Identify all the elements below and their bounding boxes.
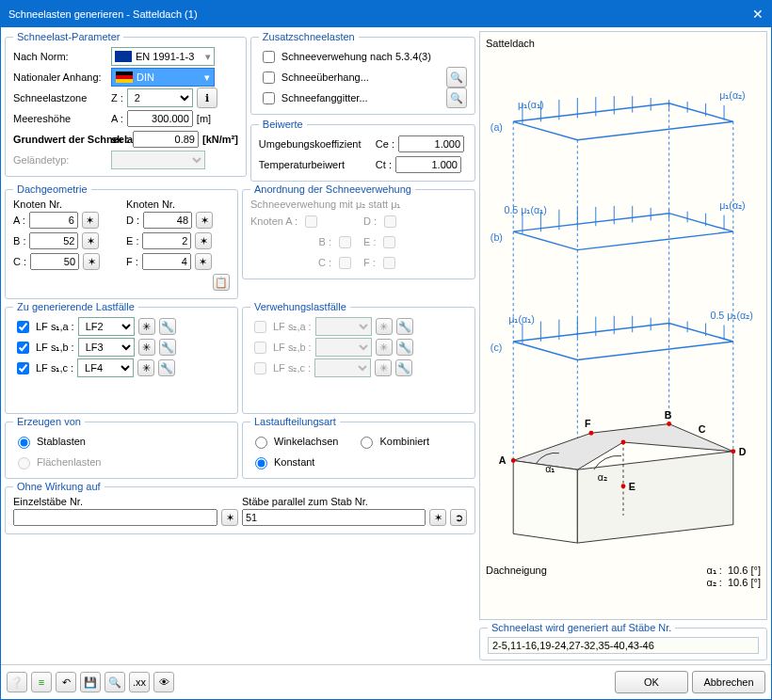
cancel-button[interactable]: Abbrechen (692, 671, 765, 693)
dist-const-radio[interactable] (255, 457, 267, 469)
lc-b-edit-icon[interactable]: 🔧 (159, 339, 176, 356)
lc-b-new-icon[interactable]: ✳ (138, 339, 155, 356)
pick-e-icon[interactable]: ✶ (195, 232, 212, 249)
pick-a-icon[interactable]: ✶ (82, 212, 99, 229)
annex-select[interactable]: DIN▾ (111, 68, 215, 87)
ce-input[interactable] (398, 135, 464, 152)
altitude-input[interactable] (127, 110, 193, 127)
svg-text:α₂: α₂ (598, 471, 607, 483)
overhang-edit-icon[interactable]: 🔍 (446, 67, 467, 88)
svg-marker-28 (577, 452, 732, 543)
svg-point-32 (589, 431, 594, 436)
window-title: Schneelasten generieren - Satteldach (1) (8, 8, 198, 20)
geom-group: Dachgeometrie Knoten Nr. A :✶ B :✶ C :✶ … (5, 183, 238, 299)
params-group: Schneelast-Parameter Nach Norm: EN 1991-… (5, 31, 247, 177)
close-icon[interactable]: ✕ (752, 7, 764, 22)
geom-b[interactable] (29, 232, 78, 249)
pick-members-icon[interactable]: ✶ (221, 509, 238, 526)
svg-text:D: D (739, 446, 747, 457)
drift-check[interactable] (263, 51, 275, 63)
svg-point-42 (621, 484, 626, 488)
single-members-input[interactable] (13, 509, 217, 526)
lc-b-check[interactable] (17, 342, 29, 354)
effect-group: Ohne Wirkung auf Einzelstäbe Nr. ✶ Stäbe… (5, 481, 475, 534)
ct-input[interactable] (395, 156, 461, 173)
dist-group: Lastaufteilungsart Winkelachsen Kombinie… (242, 416, 475, 479)
vlc-group: Verwehungslastfälle LF s₂,a :✳🔧 LF s₂,b … (242, 301, 475, 414)
pick-d-icon[interactable]: ✶ (196, 212, 213, 229)
coeff-group: Beiwerte UmgebungskoeffizientCe : Temper… (250, 119, 475, 182)
save-icon[interactable]: 💾 (80, 672, 101, 692)
output-group: Schneelast wird generiert auf Stäbe Nr. … (479, 622, 767, 660)
svg-point-38 (621, 440, 626, 445)
lc-c-edit-icon[interactable]: 🔧 (158, 359, 175, 376)
norm-select[interactable]: EN 1991-1-3▾ (111, 47, 215, 66)
titlebar: Schneelasten generieren - Satteldach (1)… (1, 1, 771, 27)
lc-group: Zu generierende Lastfälle LF s₁,a :LF2✳🔧… (5, 301, 238, 414)
lc-a-new-icon[interactable]: ✳ (138, 318, 155, 335)
gen-bar-radio[interactable] (18, 437, 30, 449)
geom-list-icon[interactable]: 📋 (213, 274, 230, 291)
dist-angle-radio[interactable] (255, 437, 267, 449)
svg-text:0.5 μ₁(α₂): 0.5 μ₁(α₂) (710, 310, 752, 321)
svg-text:α₁: α₁ (545, 463, 555, 474)
help-icon[interactable]: ❔ (7, 672, 27, 692)
parallel-input[interactable] (242, 509, 426, 526)
extra-group: Zusatzschneelasten Schneeverwehung nach … (250, 31, 475, 115)
overhang-check[interactable] (263, 72, 275, 84)
geom-c[interactable] (30, 253, 79, 270)
ok-button[interactable]: OK (615, 671, 688, 693)
precision-icon[interactable]: .xx (129, 672, 150, 692)
dist-comb-radio[interactable] (361, 437, 373, 449)
svg-text:F: F (585, 418, 591, 429)
svg-text:0.5 μ₁(α₁): 0.5 μ₁(α₁) (504, 204, 546, 215)
zone-select[interactable]: 2 (127, 88, 193, 107)
svg-text:(a): (a) (491, 121, 503, 133)
geom-e[interactable] (142, 232, 191, 249)
svg-text:E: E (629, 481, 635, 492)
roof-diagram: (a) μ₁(α₁)μ₁(α₂) (b) 0.5 μ₁(α₁)μ₁(α₂) (c… (486, 51, 761, 559)
svg-text:μ₁(α₂): μ₁(α₂) (719, 199, 745, 211)
svg-text:μ₁(α₁): μ₁(α₁) (518, 99, 543, 110)
lc-b-select[interactable]: LF3 (78, 338, 135, 357)
svg-text:B: B (665, 409, 672, 421)
lc-a-edit-icon[interactable]: 🔧 (159, 318, 176, 335)
geom-a[interactable] (29, 212, 78, 229)
output-members: 2-5,11-16,19-24,27-32,35-40,43-46 (488, 637, 759, 654)
lc-a-select[interactable]: LF2 (78, 317, 135, 336)
svg-text:μ₁(α₁): μ₁(α₁) (508, 313, 534, 325)
geom-d[interactable] (143, 212, 192, 229)
terrain-select (111, 151, 205, 169)
guard-edit-icon[interactable]: 🔍 (446, 88, 467, 108)
zone-info-icon[interactable]: ℹ (197, 88, 217, 108)
geom-f[interactable] (142, 253, 191, 270)
pick-b-icon[interactable]: ✶ (82, 232, 99, 249)
view-icon[interactable]: 👁 (153, 672, 174, 692)
lc-c-select[interactable]: LF4 (77, 358, 134, 377)
svg-text:μ₁(α₂): μ₁(α₂) (719, 89, 745, 101)
sk-input[interactable] (133, 131, 199, 148)
pick-f-icon[interactable]: ✶ (195, 253, 212, 270)
undo-icon[interactable]: ↶ (56, 672, 76, 692)
svg-point-36 (731, 449, 735, 453)
svg-point-30 (511, 458, 516, 463)
svg-point-34 (667, 422, 671, 426)
guard-check[interactable] (263, 92, 275, 104)
svg-text:A: A (499, 454, 507, 466)
gen-group: Erzeugen von Stablasten Flächenlasten (5, 416, 238, 479)
find-icon[interactable]: 🔍 (105, 672, 125, 692)
lc-a-check[interactable] (17, 321, 29, 333)
calc-icon[interactable]: ≡ (31, 672, 52, 692)
apply-parallel-icon[interactable]: ➲ (450, 509, 467, 526)
svg-text:(b): (b) (491, 231, 503, 243)
svg-text:(c): (c) (491, 342, 502, 353)
lc-c-new-icon[interactable]: ✳ (137, 359, 154, 376)
svg-text:C: C (699, 423, 706, 435)
pick-c-icon[interactable]: ✶ (83, 253, 100, 270)
drift-group: Anordnung der Schneeverwehung Schneeverw… (242, 183, 475, 279)
diagram-panel: Satteldach (a) μ₁(α₁)μ₁(α₂) (b) 0.5 μ₁(α… (479, 31, 767, 620)
pick-parallel-icon[interactable]: ✶ (429, 509, 446, 526)
lc-c-check[interactable] (17, 362, 29, 374)
